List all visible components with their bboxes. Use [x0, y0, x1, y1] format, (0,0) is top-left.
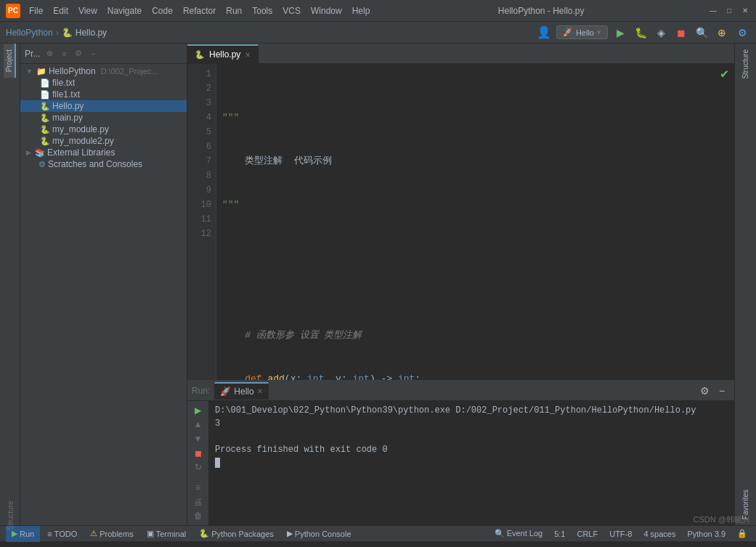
minimize-run-button[interactable]: −	[714, 383, 730, 399]
search-button[interactable]: 🔍	[694, 25, 710, 41]
maximize-button[interactable]: □	[724, 6, 734, 16]
todo-label: TODO	[54, 530, 78, 538]
tree-external-libs[interactable]: ▶ 📚 External Libraries	[20, 147, 187, 158]
file-tree: ▼ 📁 HelloPython D:\002_Projec... 📄 file.…	[20, 64, 187, 525]
python-console-label: Python Console	[295, 530, 351, 538]
run-scroll-up-button[interactable]: ▲	[190, 418, 206, 431]
python-packages-label: Python Packages	[211, 530, 274, 538]
breadcrumb-file[interactable]: Hello.py	[76, 28, 107, 38]
run-stop-button[interactable]: ◼	[190, 447, 206, 460]
gear-icon[interactable]: ⚙	[734, 25, 750, 41]
indent-setting[interactable]: 4 spaces	[641, 530, 678, 538]
file-icon: 🐍	[62, 28, 73, 38]
tab-close-button[interactable]: ✕	[245, 51, 251, 59]
menu-file[interactable]: File	[25, 4, 47, 17]
line-numbers: 12345 678910 1112	[187, 64, 216, 380]
menu-view[interactable]: View	[74, 4, 102, 17]
expand-all-button[interactable]: ≡	[57, 47, 70, 60]
close-button[interactable]: ✕	[740, 6, 750, 16]
menu-bar[interactable]: File Edit View Navigate Code Refactor Ru…	[25, 4, 374, 17]
window-controls[interactable]: — □ ✕	[708, 6, 750, 16]
run-button[interactable]: ▶	[612, 25, 628, 41]
run-tab-label: Hello	[234, 386, 253, 397]
right-tab-structure[interactable]: Structure	[740, 44, 751, 85]
hello-py-label: Hello.py	[52, 101, 84, 111]
coverage-button[interactable]: ◈	[653, 25, 669, 41]
menu-help[interactable]: Help	[348, 4, 375, 17]
run-wrap-button[interactable]: ≡	[190, 481, 206, 494]
collapse-all-button[interactable]: ⊕	[43, 47, 56, 60]
run-config-selector[interactable]: 🚀 Hello ▾	[556, 25, 608, 39]
menu-run[interactable]: Run	[221, 4, 246, 17]
minimize-button[interactable]: —	[708, 6, 718, 16]
line-separator[interactable]: CRLF	[574, 530, 601, 538]
terminal-icon: ▣	[147, 529, 154, 538]
breadcrumb[interactable]: HelloPython › 🐍 Hello.py	[6, 28, 107, 38]
mymodule2-py-label: my_module2.py	[52, 136, 114, 146]
stop-button[interactable]: ◼	[673, 25, 689, 41]
run-rerun-button[interactable]: ↻	[190, 461, 206, 474]
menu-navigate[interactable]: Navigate	[103, 4, 146, 17]
tree-mymodule-py[interactable]: 🐍 my_module.py	[20, 123, 187, 135]
tree-main-py[interactable]: 🐍 main.py	[20, 112, 187, 123]
menu-refactor[interactable]: Refactor	[179, 4, 220, 17]
breadcrumb-root[interactable]: HelloPython	[6, 28, 53, 38]
run-scroll-down-button[interactable]: ▼	[190, 432, 206, 445]
encoding[interactable]: UTF-8	[606, 530, 635, 538]
menu-code[interactable]: Code	[147, 4, 177, 17]
bottom-tab-actions: ⚙ −	[696, 383, 730, 399]
menu-edit[interactable]: Edit	[49, 4, 73, 17]
git-icon[interactable]: 🔒	[734, 529, 750, 538]
checkmark-icon: ✔	[720, 67, 728, 81]
status-tab-python-packages[interactable]: 🐍 Python Packages	[193, 526, 280, 542]
bottom-tab-hello[interactable]: 🚀 Hello ✕	[214, 382, 268, 400]
menu-vcs[interactable]: VCS	[278, 4, 305, 17]
settings-panel-button[interactable]: ⚙	[72, 47, 85, 60]
settings-run-button[interactable]: ⚙	[696, 383, 712, 399]
debug-button[interactable]: 🐛	[633, 25, 649, 41]
status-tab-todo[interactable]: ≡ TODO	[41, 526, 83, 542]
menu-window[interactable]: Window	[306, 4, 346, 17]
editor-tab-hello[interactable]: 🐍 Hello.py ✕	[187, 44, 259, 63]
root-folder-label: HelloPython	[49, 66, 96, 76]
search-status-icon: 🔍	[495, 529, 505, 538]
bookmark-button[interactable]: ⊕	[714, 25, 730, 41]
close-panel-button[interactable]: −	[86, 47, 99, 60]
run-config-label: Hello	[576, 28, 594, 37]
python-version[interactable]: Python 3.9	[684, 530, 728, 538]
status-tab-problems[interactable]: ⚠ Problems	[84, 526, 139, 542]
project-panel: Pr... ⊕ ≡ ⚙ − ▼ 📁 HelloPython D:\002_Pro…	[20, 44, 187, 525]
tree-scratches[interactable]: ⚙ Scratches and Consoles	[20, 158, 187, 170]
tree-file1-txt[interactable]: 📄 file1.txt	[20, 89, 187, 100]
editor-tabs: 🐍 Hello.py ✕	[187, 44, 734, 64]
sidebar-icon-structure[interactable]: Structure	[1, 506, 20, 525]
status-tab-terminal[interactable]: ▣ Terminal	[141, 526, 192, 542]
panel-header: Pr... ⊕ ≡ ⚙ −	[20, 44, 187, 64]
menu-tools[interactable]: Tools	[248, 4, 277, 17]
main-py-icon: 🐍	[40, 113, 50, 123]
editor-wrapper: 🐍 Hello.py ✕ 12345 678910 1112 ✔ """ 类型注…	[187, 44, 734, 380]
event-log-label: Event Log	[507, 529, 543, 538]
run-config-icon: 🚀	[563, 28, 573, 37]
code-editor[interactable]: 12345 678910 1112 ✔ """ 类型注解 代码示例 """ # …	[187, 64, 734, 380]
run-print-button[interactable]: 🖨	[190, 495, 206, 508]
run-clear-button[interactable]: 🗑	[190, 509, 206, 522]
status-tab-python-console[interactable]: ▶ Python Console	[281, 526, 357, 542]
event-log-button[interactable]: 🔍 Event Log	[492, 529, 546, 538]
tree-file-txt[interactable]: 📄 file.txt	[20, 77, 187, 89]
console-line-4: Process finished with exit code 0	[215, 443, 728, 456]
file-txt-icon: 📄	[40, 78, 50, 88]
tree-arrow-root: ▼	[26, 68, 33, 75]
cursor-position[interactable]: 5:1	[551, 530, 568, 538]
run-play-button[interactable]: ▶	[190, 404, 206, 417]
tree-hello-py[interactable]: 🐍 Hello.py	[20, 100, 187, 112]
code-line-3: """	[222, 198, 728, 212]
tree-mymodule2-py[interactable]: 🐍 my_module2.py	[20, 135, 187, 147]
user-icon[interactable]: 👤	[536, 25, 552, 41]
code-content[interactable]: ✔ """ 类型注解 代码示例 """ # 函数形参 设置 类型注解 def a…	[216, 64, 734, 380]
run-tab-close[interactable]: ✕	[257, 387, 263, 395]
tree-root-folder[interactable]: ▼ 📁 HelloPython D:\002_Projec...	[20, 65, 187, 77]
terminal-label: Terminal	[156, 530, 187, 538]
root-folder-path: D:\002_Projec...	[101, 67, 158, 76]
project-tab[interactable]: Project	[4, 44, 16, 78]
